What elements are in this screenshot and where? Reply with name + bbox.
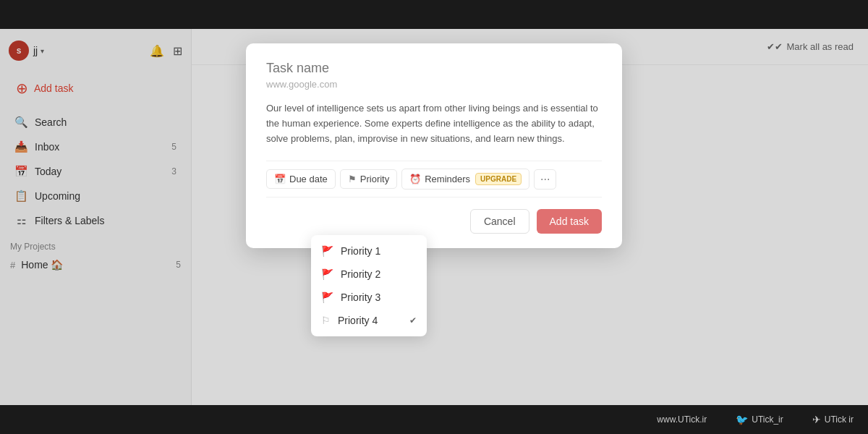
priority-4-flag: ⚐ — [321, 315, 331, 326]
priority-label: Priority — [360, 174, 389, 184]
task-url: www.google.com — [266, 79, 602, 90]
cancel-button[interactable]: Cancel — [470, 209, 529, 234]
priority-item-1[interactable]: 🚩 Priority 1 — [311, 239, 427, 263]
priority-2-label: Priority 2 — [341, 268, 380, 280]
twitter-icon: 🐦 — [736, 414, 748, 425]
add-task-modal: www.google.com Our level of intelligence… — [246, 43, 622, 248]
priority-3-flag: 🚩 — [321, 292, 333, 303]
modal-toolbar: 📅 Due date ⚑ Priority ⏰ Reminders UPGRAD… — [266, 161, 602, 197]
due-date-label: Due date — [289, 174, 328, 184]
main-wrapper: s jj ▾ 🔔 ⊞ ⊕ Add task 🔍 Search 📥 Inbox 5… — [0, 29, 868, 405]
priority-item-3[interactable]: 🚩 Priority 3 — [311, 286, 427, 309]
upgrade-badge: UPGRADE — [475, 173, 522, 185]
more-options-button[interactable]: ··· — [534, 169, 556, 190]
priority-1-label: Priority 1 — [341, 245, 380, 257]
add-task-modal-button[interactable]: Add task — [537, 209, 602, 234]
reminders-label: Reminders — [425, 174, 470, 184]
clock-icon: ⏰ — [409, 174, 421, 184]
bottom-bar: www.UTick.ir 🐦 UTick_ir ✈ UTick ir — [0, 405, 868, 434]
telegram-icon: ✈ — [812, 414, 821, 425]
priority-1-flag: 🚩 — [321, 245, 333, 257]
priority-item-2[interactable]: 🚩 Priority 2 — [311, 263, 427, 286]
website-label: www.UTick.ir — [657, 414, 707, 425]
priority-2-flag: 🚩 — [321, 268, 333, 280]
flag-icon: ⚑ — [348, 174, 357, 184]
reminders-button[interactable]: ⏰ Reminders UPGRADE — [401, 169, 529, 190]
calendar-icon: 📅 — [274, 174, 286, 184]
priority-dropdown: 🚩 Priority 1 🚩 Priority 2 🚩 Priority 3 ⚐… — [311, 235, 427, 336]
priority-button[interactable]: ⚑ Priority — [340, 169, 397, 189]
priority-4-label: Priority 4 — [338, 315, 378, 326]
twitter-link[interactable]: 🐦 UTick_ir — [736, 414, 783, 425]
telegram-link[interactable]: ✈ UTick ir — [812, 414, 854, 425]
twitter-label: UTick_ir — [752, 414, 783, 425]
due-date-button[interactable]: 📅 Due date — [266, 169, 336, 189]
priority-3-label: Priority 3 — [341, 292, 380, 303]
priority-4-check: ✔ — [409, 315, 417, 326]
task-description: Our level of intelligence sets us apart … — [266, 101, 602, 146]
task-name-input[interactable] — [266, 61, 602, 76]
telegram-label: UTick ir — [825, 414, 854, 425]
modal-actions: Cancel Add task — [266, 209, 602, 234]
website-link[interactable]: www.UTick.ir — [657, 414, 707, 425]
modal-overlay: www.google.com Our level of intelligence… — [0, 29, 868, 405]
top-bar — [0, 0, 868, 29]
priority-item-4[interactable]: ⚐ Priority 4 ✔ — [311, 309, 427, 332]
